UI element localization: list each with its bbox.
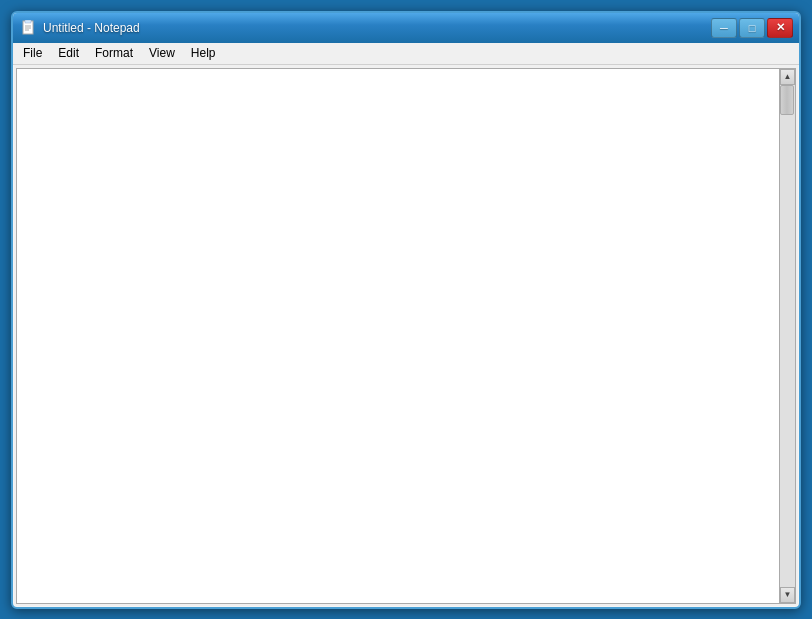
title-bar: Untitled - Notepad ─ □ ✕ <box>13 13 799 43</box>
menu-format[interactable]: Format <box>87 44 141 62</box>
scroll-track-v[interactable] <box>780 85 795 587</box>
window-title: Untitled - Notepad <box>43 21 140 35</box>
maximize-button[interactable]: □ <box>739 18 765 38</box>
text-editor[interactable] <box>17 69 779 603</box>
title-bar-left: Untitled - Notepad <box>21 20 140 36</box>
menu-bar: File Edit Format View Help <box>13 43 799 65</box>
close-button[interactable]: ✕ <box>767 18 793 38</box>
menu-help[interactable]: Help <box>183 44 224 62</box>
menu-file[interactable]: File <box>15 44 50 62</box>
minimize-button[interactable]: ─ <box>711 18 737 38</box>
editor-area: ▲ ▼ <box>16 68 796 604</box>
vertical-scrollbar: ▲ ▼ <box>779 69 795 603</box>
scroll-down-button[interactable]: ▼ <box>780 587 795 603</box>
svg-rect-1 <box>25 20 31 23</box>
menu-edit[interactable]: Edit <box>50 44 87 62</box>
menu-view[interactable]: View <box>141 44 183 62</box>
scroll-up-button[interactable]: ▲ <box>780 69 795 85</box>
window-controls: ─ □ ✕ <box>711 18 793 38</box>
notepad-icon <box>21 20 37 36</box>
notepad-window: Untitled - Notepad ─ □ ✕ File Edit Forma… <box>11 11 801 609</box>
scroll-thumb-v[interactable] <box>780 85 794 115</box>
